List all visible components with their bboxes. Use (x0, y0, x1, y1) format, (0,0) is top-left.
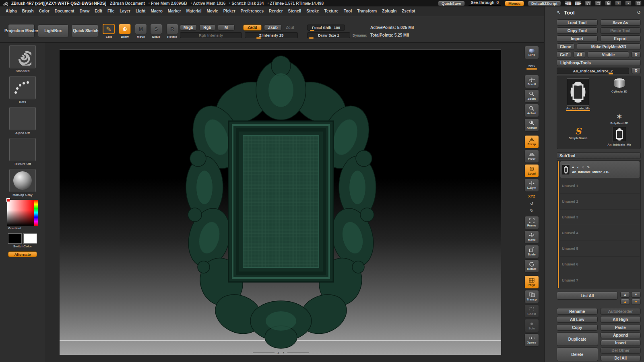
default-zscript-button[interactable]: DefaultZScript (528, 1, 561, 6)
move-button[interactable]: M (135, 24, 147, 34)
menu-movie[interactable]: Movie (206, 9, 218, 13)
lsym-button[interactable]: L.Sym (524, 179, 539, 192)
palette-grab-icon[interactable]: ↖ (557, 10, 561, 15)
menu-material[interactable]: Material (186, 9, 202, 13)
subtool-item-unused[interactable]: Unused 6 (560, 257, 640, 272)
spin-left-icon[interactable]: ↺ (526, 201, 537, 206)
z-intensity-slider[interactable]: Z Intensity 25 (245, 32, 298, 38)
make-polymesh3d-button[interactable]: Make PolyMesh3D (577, 43, 641, 50)
ghost-button[interactable]: Ghost (524, 304, 539, 318)
duplicate-button[interactable]: Duplicate (557, 332, 598, 346)
canvas-document[interactable]: ▲ ▼ (60, 49, 501, 355)
menu-layer[interactable]: Layer (120, 9, 130, 13)
subtool-item-unused[interactable]: Unused 3 (560, 210, 640, 225)
goz-button[interactable]: GoZ (557, 51, 571, 58)
transp-button[interactable]: Transp (524, 290, 539, 303)
subtool-item-active[interactable]: ● ◐ ○ ✎ An_Intricate_Mirror_ZTL (560, 161, 640, 178)
quick-sketch-button[interactable]: Quick Sketch (72, 25, 98, 37)
goz-r-button[interactable]: R (632, 51, 641, 58)
menu-stencil[interactable]: Stencil (288, 9, 301, 13)
menu-zscript[interactable]: Zscript (402, 9, 415, 13)
spin-right-icon[interactable]: ↻ (526, 208, 537, 213)
copy-doc-icon[interactable] (585, 1, 591, 6)
draw-size-slider[interactable]: Draw Size 1 (307, 32, 350, 38)
insert-button[interactable]: Insert (601, 340, 641, 346)
menu-transform[interactable]: Transform (357, 9, 377, 13)
mirror-tool-thumb-2[interactable] (613, 127, 626, 142)
zadd-button[interactable]: Zadd (243, 25, 262, 31)
subtool-item-unused[interactable]: Unused 4 (560, 225, 640, 241)
load-tool-button[interactable]: Load Tool (557, 19, 598, 26)
spix-control[interactable]: SPix (524, 60, 539, 74)
current-alpha-thumb[interactable] (9, 107, 36, 130)
hue-strip[interactable] (34, 200, 38, 226)
uv-icon[interactable]: ○ (582, 165, 584, 169)
quicksave-button[interactable]: QuickSave (438, 1, 465, 6)
aahalf-button[interactable]: AAHalf (524, 118, 539, 132)
menus-button[interactable]: Menus (505, 1, 524, 6)
polypaint-icon[interactable]: ◐ (577, 165, 579, 169)
subtool-item-unused[interactable]: Unused 7 (560, 272, 640, 288)
menu-light[interactable]: Light (136, 9, 145, 13)
solo-button[interactable]: Solo (524, 319, 539, 332)
floor-button[interactable]: Floor (524, 150, 539, 163)
polyframe-button[interactable]: PolyF (524, 276, 539, 289)
xyz-button[interactable]: XYZ (524, 193, 539, 200)
current-brush-thumb[interactable] (9, 45, 36, 68)
xpose-button[interactable]: Xpose (524, 333, 539, 347)
delete-button[interactable]: Delete (557, 348, 598, 361)
tool-r-button[interactable]: R (632, 68, 641, 74)
rgb-intensity-slider[interactable]: Rgb Intensity (180, 32, 242, 38)
subtool-item-unused[interactable]: Unused 5 (560, 241, 640, 257)
dynamic-toggle[interactable]: Dynamic (353, 33, 367, 37)
primary-color-swatch[interactable] (8, 233, 22, 244)
paste-subtool-button[interactable]: Paste (600, 324, 641, 331)
menu-render[interactable]: Render (269, 9, 283, 13)
all-high-button[interactable]: All High (600, 316, 641, 323)
zsub-button[interactable]: Zsub (264, 25, 282, 31)
focal-shift-slider[interactable]: Focal Shift -100 (307, 25, 345, 31)
subtool-section-header[interactable]: SubTool (557, 152, 641, 159)
menu-stroke[interactable]: Stroke (306, 9, 319, 13)
draw-button[interactable]: ⊕ (119, 24, 131, 34)
menu-texture[interactable]: Texture (324, 9, 338, 13)
goz-all-button[interactable]: All (574, 51, 585, 58)
clone-button[interactable]: Clone (557, 43, 574, 50)
subtool-item-unused[interactable]: Unused 2 (560, 194, 640, 210)
subtool-select-down-button[interactable]: ▼ (631, 292, 641, 298)
menu-macro[interactable]: Macro (151, 9, 162, 13)
autoreorder-button[interactable]: AutoReorder (600, 308, 641, 315)
paste-tool-button[interactable]: Paste Tool (600, 27, 641, 34)
simplebrush-thumb[interactable]: S (575, 127, 581, 136)
menu-preferences[interactable]: Preferences (241, 9, 264, 13)
expand-panel-icon[interactable]: ▲ (625, 1, 632, 6)
subtool-move-up-button[interactable]: ▲ (620, 299, 630, 305)
color-picker[interactable] (7, 200, 38, 226)
current-material-thumb[interactable] (9, 169, 36, 192)
menu-brush[interactable]: Brush (22, 9, 34, 13)
tray-slide-right-icon[interactable]: ▮▮▮▶ (575, 1, 581, 6)
persp-button[interactable]: Persp (524, 135, 539, 148)
rotate-view-button[interactable]: Rotate (524, 259, 539, 273)
lock-icon[interactable] (605, 1, 611, 6)
scroll-up-icon[interactable]: ▲ (277, 351, 280, 354)
projection-master-button[interactable]: Projection Master (8, 24, 35, 38)
rotate-button[interactable]: R (166, 24, 178, 34)
append-button[interactable]: Append (601, 332, 641, 338)
secondary-color-swatch[interactable] (23, 233, 37, 244)
menu-marker[interactable]: Marker (168, 9, 181, 13)
actual-size-button[interactable]: Actual (524, 104, 539, 117)
scroll-button[interactable]: Scroll (524, 75, 539, 88)
copy-subtool-button[interactable]: Copy (557, 324, 598, 331)
menu-color[interactable]: Color (39, 9, 50, 13)
subtool-item-unused[interactable]: Unused 1 (560, 178, 640, 194)
move-view-button[interactable]: Move (524, 230, 539, 244)
list-all-button[interactable]: List All (557, 292, 618, 300)
shrink-panel-icon[interactable]: ▼ (615, 1, 621, 6)
visibility-eye-icon[interactable]: ● (572, 165, 574, 169)
del-all-button[interactable]: Del All (601, 355, 641, 361)
scroll-down-icon[interactable]: ▼ (282, 351, 285, 354)
zoom-button[interactable]: Zoom (524, 89, 539, 103)
active-tool-slider[interactable]: An_Intricate_Mirror_Z (557, 68, 629, 74)
save-as-button[interactable]: Save As (600, 19, 641, 26)
